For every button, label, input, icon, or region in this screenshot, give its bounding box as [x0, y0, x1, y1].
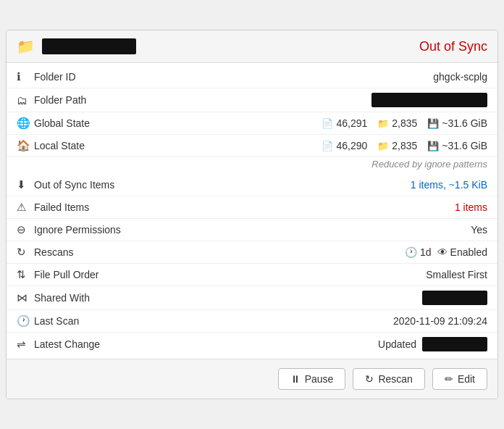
latest-change-label: Latest Change — [34, 338, 378, 350]
global-size: 💾 ~31.6 GiB — [427, 117, 487, 129]
folder-icon-2: 📁 — [377, 141, 389, 151]
folder-path-icon: 🗂 — [17, 94, 34, 107]
local-folders: 📁 2,835 — [377, 140, 417, 151]
local-files: 📄 46,290 — [322, 140, 367, 151]
sync-status: Out of Sync — [419, 39, 487, 54]
last-scan-row: 🕐 Last Scan 2020-11-09 21:09:24 — [7, 310, 497, 333]
local-state-value: 📄 46,290 📁 2,835 💾 ~31.6 GiB — [322, 140, 487, 151]
ignore-permissions-label: Ignore Permissions — [34, 224, 471, 236]
rescans-row: ↻ Rescans 🕐 1d 👁 Enabled — [7, 241, 497, 264]
folder-id-row: ℹ Folder ID ghgck-scplg — [7, 66, 497, 88]
local-folders-count: 2,835 — [392, 140, 417, 151]
file-icon-2: 📄 — [322, 141, 333, 151]
last-scan-value: 2020-11-09 21:09:24 — [393, 315, 487, 327]
file-pull-order-row: ⇅ File Pull Order Smallest First — [7, 264, 497, 286]
pause-icon: ⏸ — [290, 373, 301, 385]
rescans-value: 🕐 1d 👁 Enabled — [405, 246, 487, 258]
folder-path-value — [371, 93, 487, 107]
ignore-permissions-icon: ⊖ — [17, 223, 34, 236]
shared-with-label: Shared With — [34, 292, 422, 304]
out-of-sync-label: Out of Sync Items — [34, 179, 411, 191]
clock-icon-sm: 🕐 — [405, 246, 417, 258]
sync-panel: 📁 Out of Sync ℹ Folder ID ghgck-scplg 🗂 … — [6, 30, 498, 399]
global-files-count: 46,291 — [336, 117, 367, 129]
ignore-permissions-value: Yes — [471, 224, 487, 236]
pause-label: Pause — [305, 373, 334, 385]
local-size-value: ~31.6 GiB — [442, 140, 487, 151]
rescan-interval: 🕐 1d — [405, 246, 432, 258]
out-of-sync-row: ⬇ Out of Sync Items 1 items, ~1.5 KiB — [7, 174, 497, 196]
latest-change-value: Updated — [378, 337, 487, 351]
edit-icon: ✏ — [445, 373, 453, 385]
last-scan-label: Last Scan — [34, 315, 393, 327]
file-pull-order-icon: ⇅ — [17, 268, 34, 281]
disk-icon: 💾 — [427, 118, 439, 129]
global-stats: 📄 46,291 📁 2,835 💾 ~31.6 GiB — [322, 117, 487, 129]
global-state-icon: 🌐 — [17, 117, 34, 130]
eye-icon: 👁 — [437, 246, 448, 258]
panel-header: 📁 Out of Sync — [7, 30, 497, 63]
global-state-label: Global State — [34, 117, 322, 129]
failed-items-label: Failed Items — [34, 201, 455, 213]
info-table: ℹ Folder ID ghgck-scplg 🗂 Folder Path 🌐 … — [7, 63, 497, 359]
local-state-row: 🏠 Local State 📄 46,290 📁 2,835 💾 ~31.6 G… — [7, 135, 497, 157]
shared-with-redacted — [422, 291, 487, 305]
folder-path-redacted — [371, 93, 487, 107]
out-of-sync-value: 1 items, ~1.5 KiB — [411, 179, 487, 191]
latest-change-icon: ⇌ — [17, 338, 34, 351]
folder-icon-sm: 📁 — [377, 118, 389, 129]
failed-items-icon: ⚠ — [17, 201, 34, 214]
out-of-sync-icon: ⬇ — [17, 178, 34, 191]
rescan-label: Rescan — [378, 373, 412, 385]
rescan-button[interactable]: ↻ Rescan — [353, 368, 424, 390]
file-icon: 📄 — [322, 118, 333, 129]
edit-label: Edit — [458, 373, 475, 385]
folder-path-row: 🗂 Folder Path — [7, 88, 497, 112]
rescan-icon: ↻ — [365, 373, 374, 385]
last-scan-icon: 🕐 — [17, 315, 34, 328]
global-files: 📄 46,291 — [322, 117, 367, 129]
latest-change-action: Updated — [378, 338, 416, 350]
pause-button[interactable]: ⏸ Pause — [278, 368, 346, 390]
folder-icon: 📁 — [17, 38, 35, 55]
file-pull-order-label: File Pull Order — [34, 269, 426, 280]
info-icon: ℹ — [17, 70, 34, 83]
folder-path-label: Folder Path — [34, 94, 371, 106]
shared-with-icon: ⋈ — [17, 291, 34, 304]
folder-name-redacted — [42, 38, 136, 54]
rescan-interval-value: 1d — [420, 246, 432, 258]
footer-actions: ⏸ Pause ↻ Rescan ✏ Edit — [7, 359, 497, 399]
rescans-icon: ↻ — [17, 246, 34, 259]
shared-with-row: ⋈ Shared With — [7, 286, 497, 310]
latest-change-row: ⇌ Latest Change Updated — [7, 333, 497, 356]
global-size-value: ~31.6 GiB — [442, 117, 487, 129]
file-pull-order-value: Smallest First — [426, 269, 487, 280]
disk-icon-2: 💾 — [427, 141, 439, 151]
global-state-row: 🌐 Global State 📄 46,291 📁 2,835 💾 ~31.6 … — [7, 112, 497, 135]
header-left: 📁 — [17, 38, 136, 55]
rescan-state-value: Enabled — [450, 246, 487, 258]
failed-items-row: ⚠ Failed Items 1 items — [7, 196, 497, 219]
local-state-icon: 🏠 — [17, 139, 34, 152]
edit-button[interactable]: ✏ Edit — [432, 368, 487, 390]
global-folders: 📁 2,835 — [377, 117, 417, 129]
latest-change-redacted — [422, 337, 487, 351]
local-stats: 📄 46,290 📁 2,835 💾 ~31.6 GiB — [322, 140, 487, 151]
local-files-count: 46,290 — [336, 140, 367, 151]
local-state-label: Local State — [34, 140, 322, 151]
global-state-value: 📄 46,291 📁 2,835 💾 ~31.6 GiB — [322, 117, 487, 129]
ignore-permissions-row: ⊖ Ignore Permissions Yes — [7, 219, 497, 241]
global-folders-count: 2,835 — [392, 117, 417, 129]
folder-id-label: Folder ID — [34, 71, 433, 83]
failed-items-value: 1 items — [455, 201, 487, 213]
rescan-state: 👁 Enabled — [437, 246, 487, 258]
rescans-label: Rescans — [34, 246, 405, 258]
folder-id-value: ghgck-scplg — [433, 71, 487, 83]
reduced-note: Reduced by ignore patterns — [7, 157, 497, 174]
local-size: 💾 ~31.6 GiB — [427, 140, 487, 151]
shared-with-value — [422, 291, 487, 305]
